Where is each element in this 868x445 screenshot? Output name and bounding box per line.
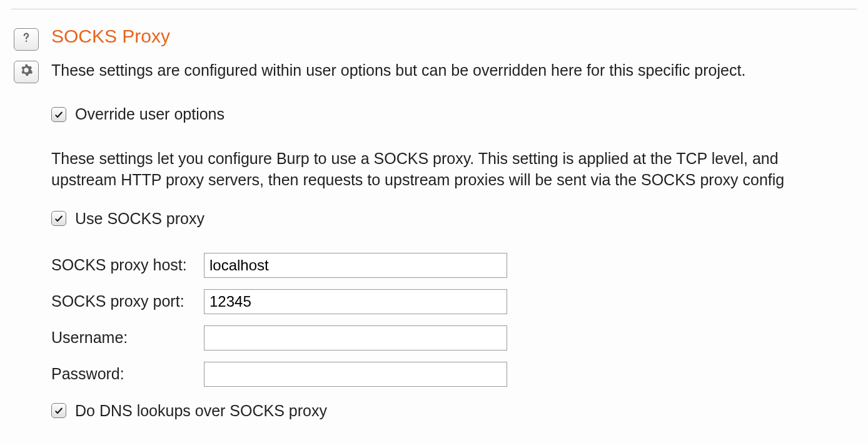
section-desc: These settings let you configure Burp to… xyxy=(51,148,858,191)
settings-button[interactable] xyxy=(14,61,39,83)
username-input[interactable] xyxy=(204,325,507,350)
username-label: Username: xyxy=(51,329,204,347)
form-block: SOCKS proxy host: SOCKS proxy port: User… xyxy=(51,253,852,387)
host-input[interactable] xyxy=(204,253,507,278)
check-icon xyxy=(54,406,64,416)
override-label: Override user options xyxy=(75,105,225,123)
help-icon xyxy=(19,31,33,48)
gear-icon xyxy=(19,63,33,81)
username-row: Username: xyxy=(51,325,852,350)
desc-line1: These settings let you configure Burp to… xyxy=(51,150,779,167)
port-input[interactable] xyxy=(204,289,507,314)
separator xyxy=(11,9,857,9)
password-row: Password: xyxy=(51,362,852,387)
section-intro: These settings are configured within use… xyxy=(51,61,852,80)
host-row: SOCKS proxy host: xyxy=(51,253,852,278)
override-checkbox[interactable] xyxy=(51,107,66,122)
use-proxy-row: Use SOCKS proxy xyxy=(51,210,852,228)
use-socks-checkbox[interactable] xyxy=(51,211,66,226)
port-row: SOCKS proxy port: xyxy=(51,289,852,314)
check-icon xyxy=(54,213,64,223)
dns-row: Do DNS lookups over SOCKS proxy xyxy=(51,402,852,420)
password-input[interactable] xyxy=(204,362,507,387)
host-label: SOCKS proxy host: xyxy=(51,256,204,274)
dns-label: Do DNS lookups over SOCKS proxy xyxy=(75,402,327,420)
side-buttons xyxy=(10,28,43,83)
section-title: SOCKS Proxy xyxy=(51,26,852,47)
help-button[interactable] xyxy=(14,28,39,51)
use-socks-label: Use SOCKS proxy xyxy=(75,210,204,228)
dns-checkbox[interactable] xyxy=(51,403,66,418)
content: SOCKS Proxy These settings are configure… xyxy=(43,26,852,429)
password-label: Password: xyxy=(51,365,204,383)
override-row: Override user options xyxy=(51,105,852,123)
desc-line2: upstream HTTP proxy servers, then reques… xyxy=(51,171,784,188)
socks-proxy-panel: SOCKS Proxy These settings are configure… xyxy=(0,26,868,429)
port-label: SOCKS proxy port: xyxy=(51,292,204,310)
svg-point-0 xyxy=(26,40,28,42)
check-icon xyxy=(54,110,64,120)
